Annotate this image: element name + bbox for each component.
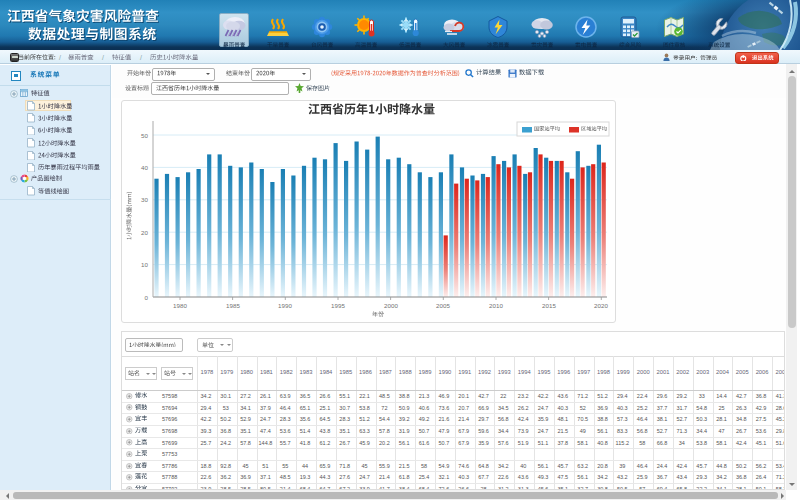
svg-text:40: 40 [141, 164, 148, 171]
svg-text:2020: 2020 [594, 302, 608, 309]
svg-text:1995: 1995 [331, 302, 345, 309]
svg-text:2000: 2000 [384, 302, 398, 309]
svg-text:1980: 1980 [173, 302, 187, 309]
svg-text:2010: 2010 [489, 302, 503, 309]
svg-text:30: 30 [141, 196, 148, 203]
svg-text:2015: 2015 [542, 302, 556, 309]
svg-text:1985: 1985 [226, 302, 240, 309]
svg-text:10: 10 [141, 261, 148, 268]
svg-text:1990: 1990 [278, 302, 292, 309]
svg-text:2005: 2005 [436, 302, 450, 309]
svg-text:20: 20 [141, 229, 148, 236]
svg-text:0: 0 [145, 294, 149, 301]
svg-text:50: 50 [141, 132, 148, 139]
